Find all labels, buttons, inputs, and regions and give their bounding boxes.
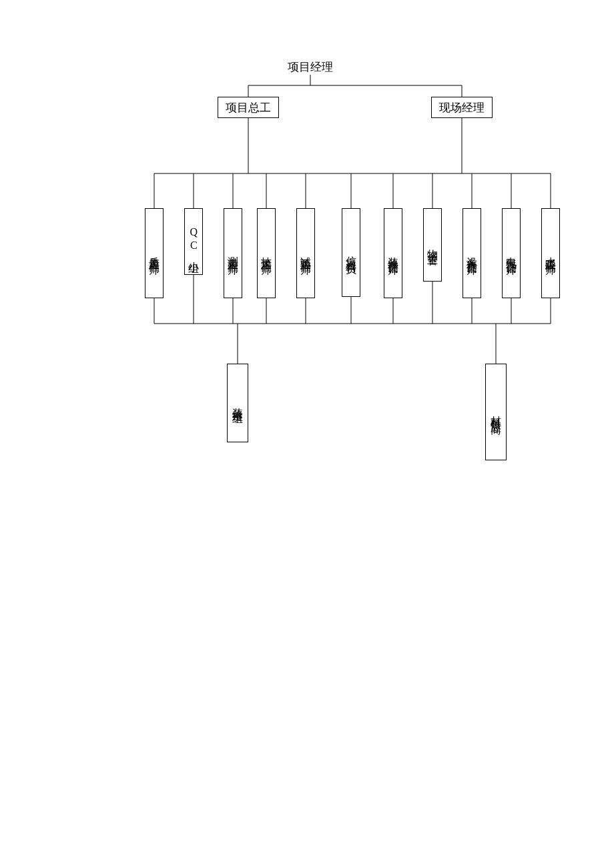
role-label-2: 测量工程师 [227,248,239,258]
role-box-6: 装修责任师 [384,208,402,298]
role-box-3: 技术工程师 [257,208,276,298]
role-label-8: 设备责任师 [466,248,478,258]
role-label-1: QC小组 [188,226,200,257]
role-label-3: 技术工程师 [260,248,272,258]
bottom-left-box: 装修班组 [227,364,248,442]
mid-right-box: 现场经理 [431,97,493,118]
role-label-7: 物资主管 [426,241,438,249]
bottom-left-label: 装修班组 [232,399,244,407]
role-box-8: 设备责任师 [463,208,481,298]
role-label-6: 装修责任师 [387,248,399,258]
role-box-1: QC小组 [184,208,203,275]
role-box-10: 水暖工程师 [541,208,560,298]
role-label-10: 水暖工程师 [545,248,557,258]
role-box-7: 物资主管 [423,208,442,282]
role-box-0: 质量工程师 [145,208,164,298]
mid-left-box: 项目总工 [218,97,279,118]
role-box-9: 电气责任师 [502,208,521,298]
top-node: 项目经理 [280,59,340,75]
role-box-2: 测量工程师 [224,208,242,298]
bottom-right-label: 材料供应商 [490,407,502,417]
role-label-4: 试验工程师 [300,248,312,258]
role-label-0: 质量工程师 [148,248,160,258]
role-box-4: 试验工程师 [296,208,315,298]
role-box-5: 信息资料员 [342,208,360,297]
role-label-9: 电气责任师 [505,248,517,258]
mid-right-label: 现场经理 [439,100,485,115]
role-label-5: 信息资料员 [345,248,357,258]
mid-left-label: 项目总工 [226,100,271,115]
connectors [0,0,614,868]
bottom-right-box: 材料供应商 [485,364,507,460]
top-label: 项目经理 [288,59,333,75]
